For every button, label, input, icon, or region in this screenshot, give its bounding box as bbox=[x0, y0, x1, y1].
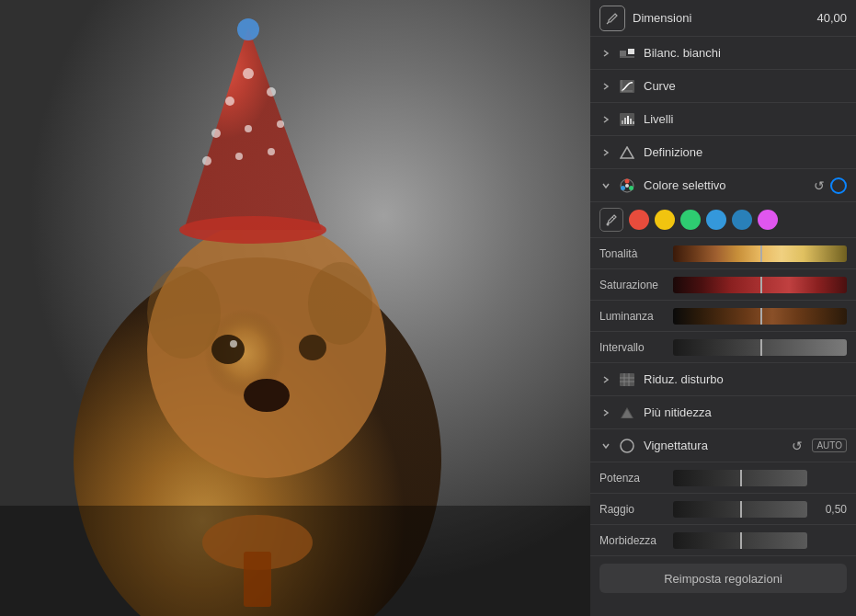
potenza-row: Potenza bbox=[590, 462, 856, 494]
svg-rect-36 bbox=[630, 119, 632, 124]
undo-button[interactable]: ↺ bbox=[814, 178, 825, 193]
vignettatura-actions: ↺ AUTO bbox=[792, 439, 847, 453]
livelli-icon bbox=[618, 110, 636, 129]
section-curve[interactable]: Curve bbox=[590, 70, 856, 103]
reset-button[interactable]: Reimposta regolazioni bbox=[599, 564, 847, 593]
definizione-label: Definizione bbox=[644, 145, 847, 159]
luminanza-label: Luminanza bbox=[599, 310, 673, 323]
vignettatura-icon bbox=[618, 437, 636, 455]
svg-marker-38 bbox=[621, 147, 633, 158]
potenza-slider[interactable] bbox=[673, 470, 807, 486]
chevron-vignettatura bbox=[599, 439, 612, 452]
chevron-right-icon bbox=[601, 408, 611, 417]
saturazione-row: Saturazione bbox=[590, 269, 856, 301]
chevron-riduz bbox=[599, 373, 612, 386]
chevron-right-icon bbox=[601, 82, 611, 91]
chevron-right-icon bbox=[601, 115, 611, 124]
riduz-label: Riduz. disturbo bbox=[644, 372, 847, 386]
svg-rect-27 bbox=[628, 49, 634, 54]
svg-point-5 bbox=[243, 68, 254, 79]
intervallo-label: Intervallo bbox=[599, 341, 673, 354]
svg-rect-26 bbox=[620, 51, 626, 56]
photo-panel bbox=[0, 0, 590, 616]
svg-point-20 bbox=[147, 267, 221, 359]
eyedropper-icon bbox=[605, 213, 618, 226]
pencil-icon-button[interactable] bbox=[599, 6, 625, 31]
color-dot-yellow[interactable] bbox=[655, 210, 675, 230]
intervallo-row: Intervallo bbox=[590, 332, 856, 363]
eyedropper-tool[interactable] bbox=[599, 208, 623, 232]
chevron-down-icon bbox=[601, 181, 611, 190]
svg-point-21 bbox=[308, 262, 372, 345]
svg-point-17 bbox=[211, 335, 245, 364]
circle-toggle-button[interactable] bbox=[830, 177, 847, 194]
raggio-row: Raggio 0,50 bbox=[590, 494, 856, 525]
svg-point-43 bbox=[625, 184, 629, 188]
svg-point-6 bbox=[225, 97, 234, 106]
svg-rect-34 bbox=[624, 118, 626, 124]
svg-point-40 bbox=[625, 178, 630, 183]
bilanc-label: Bilanc. bianchi bbox=[644, 46, 847, 60]
luminanza-slider[interactable] bbox=[673, 308, 847, 325]
tonalita-label: Tonalità bbox=[599, 247, 673, 260]
colore-icon bbox=[618, 177, 636, 195]
color-dot-cyan[interactable] bbox=[706, 210, 726, 230]
raggio-label: Raggio bbox=[599, 503, 673, 516]
svg-point-13 bbox=[268, 148, 275, 155]
tonalita-slider[interactable] bbox=[673, 245, 847, 262]
chevron-livelli bbox=[599, 113, 612, 126]
section-riduz[interactable]: Riduz. disturbo bbox=[590, 363, 856, 396]
dimensioni-label: Dimensioni bbox=[633, 11, 816, 25]
color-wheel-icon bbox=[619, 177, 635, 194]
chevron-nitidezza bbox=[599, 406, 612, 419]
tonalita-row: Tonalità bbox=[590, 238, 856, 269]
vignettatura-header[interactable]: Vignettatura ↺ AUTO bbox=[590, 429, 856, 462]
grid-icon bbox=[620, 373, 634, 386]
svg-point-14 bbox=[179, 216, 326, 244]
curve-label: Curve bbox=[644, 79, 847, 93]
potenza-label: Potenza bbox=[599, 472, 673, 485]
auto-badge[interactable]: AUTO bbox=[812, 439, 847, 452]
chevron-colore bbox=[599, 179, 612, 192]
livelli-label: Livelli bbox=[644, 112, 847, 126]
chevron-definizione bbox=[599, 146, 612, 159]
section-bilanc[interactable]: Bilanc. bianchi bbox=[590, 37, 856, 70]
dimensioni-value: 40,00 bbox=[816, 11, 847, 25]
triangle-icon bbox=[620, 146, 634, 159]
svg-point-9 bbox=[245, 125, 252, 132]
svg-point-41 bbox=[629, 186, 633, 190]
colore-selettivo-label: Colore selettivo bbox=[644, 178, 814, 192]
svg-point-42 bbox=[621, 186, 625, 190]
curve-chart-icon bbox=[620, 80, 634, 93]
nitidezza-icon bbox=[618, 404, 636, 422]
chevron-right-icon bbox=[601, 375, 611, 384]
svg-rect-35 bbox=[627, 116, 629, 124]
color-dot-green[interactable] bbox=[680, 210, 701, 230]
svg-point-45 bbox=[607, 223, 610, 226]
color-dot-red[interactable] bbox=[629, 210, 649, 230]
intervallo-slider[interactable] bbox=[673, 339, 847, 356]
balance-icon bbox=[620, 47, 634, 60]
section-definizione[interactable]: Definizione bbox=[590, 136, 856, 169]
svg-point-53 bbox=[621, 439, 633, 452]
colore-selettivo-header[interactable]: Colore selettivo ↺ bbox=[590, 169, 856, 202]
chevron-curve bbox=[599, 80, 612, 93]
svg-point-10 bbox=[277, 120, 284, 128]
morbidezza-slider[interactable] bbox=[673, 532, 807, 549]
vignette-circle-icon bbox=[619, 439, 635, 453]
saturazione-slider[interactable] bbox=[673, 277, 847, 293]
vign-undo-button[interactable]: ↺ bbox=[792, 439, 803, 453]
section-nitidezza[interactable]: Più nitidezza bbox=[590, 396, 856, 429]
chevron-down-icon bbox=[601, 441, 611, 451]
svg-rect-33 bbox=[622, 120, 623, 124]
color-picker-row bbox=[590, 202, 856, 238]
section-livelli[interactable]: Livelli bbox=[590, 103, 856, 136]
riduz-icon bbox=[618, 371, 636, 389]
color-dot-magenta[interactable] bbox=[758, 210, 778, 230]
raggio-slider[interactable] bbox=[673, 501, 807, 518]
svg-point-11 bbox=[202, 156, 211, 165]
color-dot-blue[interactable] bbox=[732, 210, 752, 230]
vignettatura-label: Vignettatura bbox=[644, 439, 792, 452]
chevron-right-icon bbox=[601, 49, 611, 58]
luminanza-row: Luminanza bbox=[590, 301, 856, 332]
